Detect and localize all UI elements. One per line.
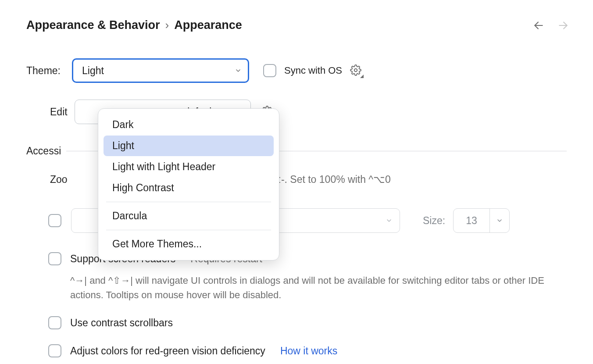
- font-size-value: 13: [454, 209, 489, 232]
- breadcrumb-separator: ›: [165, 18, 169, 32]
- contrast-scrollbars-checkbox[interactable]: [48, 316, 61, 329]
- svg-point-2: [354, 69, 357, 72]
- gear-icon[interactable]: [350, 64, 362, 77]
- breadcrumb-parent[interactable]: Appearance & Behavior: [26, 18, 160, 32]
- theme-select-value: Light: [82, 65, 104, 77]
- theme-option-light[interactable]: Light: [104, 136, 274, 156]
- how-it-works-link[interactable]: How it works: [280, 345, 337, 357]
- font-size-select[interactable]: 13: [453, 208, 510, 233]
- theme-dropdown: Dark Light Light with Light Header High …: [98, 108, 279, 261]
- theme-label: Theme:: [26, 65, 72, 77]
- theme-option-get-more[interactable]: Get More Themes...: [104, 234, 274, 254]
- sync-os-checkbox[interactable]: [263, 64, 276, 77]
- contrast-scrollbars-label: Use contrast scrollbars: [70, 317, 173, 329]
- theme-option-high-contrast[interactable]: High Contrast: [104, 178, 274, 198]
- forward-button[interactable]: [557, 19, 569, 32]
- dropdown-separator: [106, 202, 271, 202]
- custom-font-checkbox[interactable]: [48, 214, 61, 227]
- chevron-down-icon: [235, 67, 242, 74]
- back-button[interactable]: [532, 19, 545, 32]
- accessibility-heading: Accessi: [26, 145, 61, 157]
- theme-option-light-header[interactable]: Light with Light Header: [104, 157, 274, 177]
- color-deficiency-checkbox[interactable]: [48, 344, 61, 357]
- chevron-down-icon: [489, 209, 509, 232]
- screen-readers-checkbox[interactable]: [48, 252, 61, 265]
- theme-select[interactable]: Light: [72, 58, 249, 83]
- size-label: Size:: [423, 215, 445, 227]
- editor-scheme-label: Edit: [50, 106, 68, 118]
- chevron-down-icon: [386, 217, 393, 224]
- zoom-label: Zoo: [50, 174, 68, 185]
- color-deficiency-label: Adjust colors for red-green vision defic…: [70, 345, 265, 357]
- screen-readers-hint: ^→| and ^⇧→| will navigate UI controls i…: [70, 273, 553, 302]
- theme-option-dark[interactable]: Dark: [104, 114, 274, 135]
- dropdown-separator: [106, 230, 271, 230]
- breadcrumb-current: Appearance: [174, 18, 242, 32]
- sync-os-label: Sync with OS: [284, 65, 342, 76]
- theme-option-darcula[interactable]: Darcula: [104, 206, 274, 226]
- breadcrumb: Appearance & Behavior › Appearance: [26, 18, 242, 32]
